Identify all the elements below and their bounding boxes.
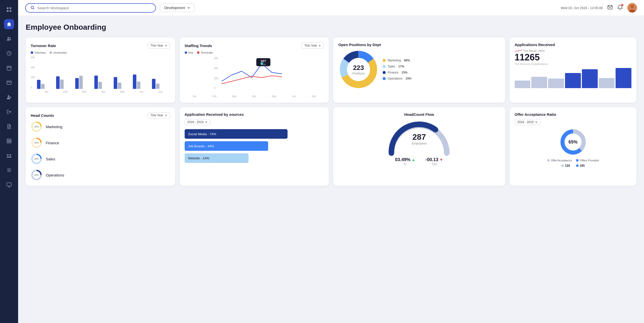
open-positions-content: 223 Positions Marketing 68% Sales xyxy=(338,49,500,90)
sidebar-adduser-icon[interactable] xyxy=(4,92,14,102)
headcount-flow-title: HeadCount Flow xyxy=(404,112,434,117)
topbar: Development Wed 02, Oct 2024 - 12:05:00 xyxy=(18,0,644,16)
turnover-rate-card: Turnover Rate This Year Voluntary Involu… xyxy=(26,38,175,103)
workspace-dropdown[interactable]: Development xyxy=(160,4,194,12)
sidebar-signin-icon[interactable] xyxy=(4,107,14,117)
bar-voluntary xyxy=(114,77,117,89)
svg-rect-7 xyxy=(7,66,11,70)
sales-pct: 17% xyxy=(398,65,404,68)
gauge-in-value: 03.49% ▲ xyxy=(395,157,415,162)
head-counts-header: Head Counts This Year xyxy=(31,112,170,118)
bar-groups xyxy=(37,56,170,89)
turnover-legend: Voluntary Involuntary xyxy=(31,51,170,54)
offer-counts: 124 191 xyxy=(561,164,585,167)
apps-received-header: Applications Received xyxy=(515,43,631,47)
mini-bar-3 xyxy=(548,79,564,88)
head-counts-title: Head Counts xyxy=(31,113,54,118)
staffing-x-labels: Jan Feb Mar Apr May Jun July xyxy=(185,95,324,98)
offer-period-dropdown[interactable]: 2018 - 2019 xyxy=(515,119,540,125)
hire-dot xyxy=(185,51,187,54)
bar-group-mar xyxy=(75,76,93,89)
bar-voluntary xyxy=(75,78,79,89)
offer-accept-dot xyxy=(547,159,550,162)
topbar-right: Wed 02, Oct 2024 - 12:05:00 xyxy=(561,3,637,13)
headcount-flow-header: HeadCount Flow xyxy=(404,112,434,117)
turnover-period: This Year xyxy=(150,44,163,47)
marketing-pct: 68% xyxy=(404,59,410,62)
sidebar-payment-icon[interactable] xyxy=(4,78,14,88)
offers-provided-legend: Offers Provided xyxy=(576,159,599,162)
headcount-sales: 25% Sales xyxy=(31,153,170,165)
apps-received-title: Applications Received xyxy=(515,43,555,47)
y-axis: 600 400 200 0 xyxy=(31,56,35,89)
label-mar: Mar xyxy=(75,90,94,93)
user-avatar[interactable] xyxy=(627,3,637,13)
label-july: July xyxy=(151,90,170,93)
bottom-row-grid: Head Counts This Year xyxy=(26,107,636,186)
y-0: 0 xyxy=(31,86,35,89)
svg-point-5 xyxy=(10,38,11,39)
offers-provided-dot xyxy=(576,159,579,162)
turnover-year-dropdown[interactable]: This Year xyxy=(148,43,170,49)
sidebar-users-icon[interactable] xyxy=(4,34,14,44)
source-social-media: Social Media - 74% xyxy=(185,129,324,139)
bar-involuntary xyxy=(79,76,83,89)
marketing-color xyxy=(383,59,386,62)
mini-bar-4 xyxy=(565,73,581,88)
svg-point-4 xyxy=(8,37,9,39)
sidebar-clock-icon[interactable] xyxy=(4,48,14,58)
social-media-label: Social Media - 74% xyxy=(188,132,216,136)
offer-acceptance-header: Offer Acceptance Ratio xyxy=(515,112,631,117)
operations-color xyxy=(383,77,386,80)
finance-color xyxy=(383,71,386,74)
offer-donut-section: 65% Offer Acceptance Offers Provided xyxy=(515,128,631,167)
staffing-period: This Year xyxy=(304,44,317,47)
search-input[interactable] xyxy=(37,6,150,10)
search-box[interactable] xyxy=(25,3,156,13)
notification-icon[interactable] xyxy=(617,5,623,11)
app-by-sources-title: Application Received by sources xyxy=(185,112,244,117)
staffing-legend: Hire Terminate xyxy=(185,51,324,54)
sidebar-home-icon[interactable] xyxy=(4,19,14,29)
donut-chart: 223 Positions xyxy=(338,49,379,90)
operations-hc-label: Operations xyxy=(46,173,64,177)
sidebar-group-icon[interactable] xyxy=(4,151,14,161)
open-positions-number: 223 xyxy=(352,64,365,72)
donut-finance: 25% xyxy=(31,137,42,149)
bar-voluntary xyxy=(152,79,155,89)
svg-point-17 xyxy=(630,5,634,8)
search-icon xyxy=(31,6,35,10)
svg-text:0: 0 xyxy=(214,87,215,89)
label-jan: Jan xyxy=(37,90,56,93)
sidebar-grid-icon[interactable] xyxy=(4,5,14,15)
sources-period-dropdown[interactable]: 2018 - 2019 xyxy=(185,119,210,125)
sources-period: 2018 - 2019 xyxy=(187,120,204,124)
gauge-label: Employees xyxy=(412,142,427,145)
turnover-rate-header: Turnover Rate This Year xyxy=(31,43,170,49)
offers-provided-count: 191 xyxy=(576,164,585,167)
marketing-name: Marketing xyxy=(388,59,401,62)
bar-involuntary xyxy=(137,82,140,89)
top-row-grid: Turnover Rate This Year Voluntary Involu… xyxy=(26,38,636,103)
svg-text:400: 400 xyxy=(214,67,218,70)
legend-hire: Hire xyxy=(185,51,193,54)
accept-count-value: 124 xyxy=(565,164,570,167)
staffing-trends-card: Staffing Trends This Year Hire Terminate xyxy=(180,38,329,103)
staffing-header: Staffing Trends This Year xyxy=(185,43,324,49)
sidebar-list-icon[interactable] xyxy=(4,165,14,175)
sidebar-table-icon[interactable] xyxy=(4,136,14,146)
sales-color xyxy=(383,65,386,68)
mail-icon[interactable] xyxy=(607,5,613,11)
st-label-jan: Jan xyxy=(185,95,205,98)
sidebar-calendar-icon[interactable] xyxy=(4,63,14,73)
sidebar-monitor-icon[interactable] xyxy=(4,180,14,190)
in-value-text: 03.49% xyxy=(395,157,410,162)
staffing-year-dropdown[interactable]: This Year xyxy=(302,43,324,49)
legend-voluntary: Voluntary xyxy=(31,51,46,54)
head-counts-card: Head Counts This Year xyxy=(26,107,175,186)
sidebar-document-icon[interactable] xyxy=(4,121,14,131)
turnover-chart: 600 400 200 0 xyxy=(31,56,170,93)
offer-acceptance-title: Offer Acceptance Ratio xyxy=(515,112,556,117)
bar-involuntary xyxy=(156,84,159,89)
headcounts-year-dropdown[interactable]: This Year xyxy=(148,112,170,118)
